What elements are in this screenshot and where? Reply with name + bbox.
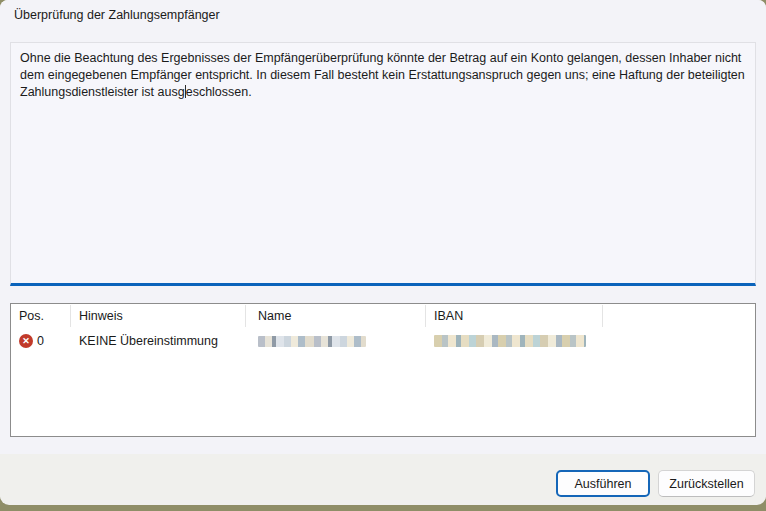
hinweis-value: KEINE Übereinstimmung (79, 334, 218, 348)
redacted-iban (434, 335, 586, 347)
window-title: Überprüfung der Zahlungsempfänger (14, 8, 220, 22)
results-table: Pos. Hinweis Name IBAN ✕ 0 KEINE Überein… (10, 303, 756, 437)
postpone-button[interactable]: Zurückstellen (658, 470, 755, 497)
cell-hinweis: KEINE Übereinstimmung (71, 334, 246, 348)
title-bar: Überprüfung der Zahlungsempfänger (0, 0, 766, 32)
column-header-filler (603, 305, 755, 327)
column-header-iban[interactable]: IBAN (426, 305, 603, 327)
error-cross-icon: ✕ (19, 334, 33, 348)
notice-text-before-caret: Ohne die Beachtung des Ergebnisses der E… (20, 51, 745, 99)
footer-bar: Ausführen Zurückstellen (0, 454, 766, 505)
cell-iban (426, 335, 603, 347)
column-header-pos[interactable]: Pos. (11, 305, 71, 327)
table-header-row: Pos. Hinweis Name IBAN (11, 304, 755, 328)
table-row[interactable]: ✕ 0 KEINE Übereinstimmung (11, 330, 755, 352)
column-header-name[interactable]: Name (246, 305, 426, 327)
notice-textbox[interactable]: Ohne die Beachtung des Ergebnisses der E… (10, 42, 756, 286)
cell-name (246, 336, 426, 347)
notice-text-after-caret: eschlossen. (186, 85, 252, 99)
column-header-hinweis[interactable]: Hinweis (71, 305, 246, 327)
redacted-name (258, 336, 366, 347)
cell-pos: ✕ 0 (11, 334, 71, 348)
execute-button[interactable]: Ausführen (556, 470, 650, 497)
pos-value: 0 (37, 334, 44, 348)
verification-dialog: Überprüfung der Zahlungsempfänger Ohne d… (0, 0, 766, 505)
